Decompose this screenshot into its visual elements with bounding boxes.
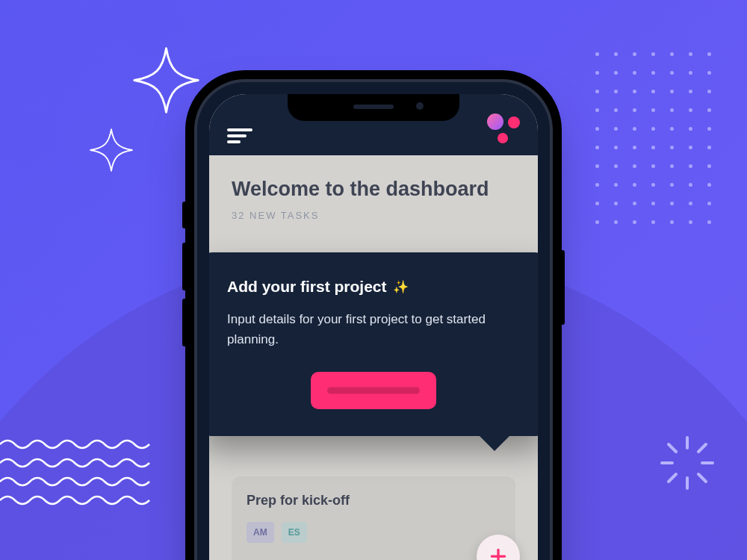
- onboarding-tooltip: Add your first project ✨ Input details f…: [209, 252, 538, 436]
- tooltip-body: Input details for your first project to …: [227, 309, 520, 349]
- star-icon: [88, 127, 134, 173]
- star-icon: [131, 45, 202, 116]
- phone-side-button: [182, 243, 187, 290]
- svg-line-4: [669, 444, 676, 452]
- burst-icon: [657, 433, 717, 493]
- phone-side-button: [182, 202, 187, 228]
- tooltip-cta-button[interactable]: [311, 372, 436, 409]
- svg-line-7: [669, 474, 676, 482]
- tooltip-tail-icon: [478, 435, 511, 451]
- tooltip-heading: Add your first project ✨: [227, 278, 520, 296]
- menu-icon[interactable]: [227, 128, 252, 143]
- app-logo-icon[interactable]: [487, 113, 520, 143]
- dashboard-content: Welcome to the dashboard 32 NEW TASKS Ad…: [209, 155, 538, 560]
- dot-grid-icon: [595, 52, 726, 228]
- svg-line-6: [698, 444, 706, 452]
- phone-side-button: [560, 250, 565, 325]
- phone-frame: Welcome to the dashboard 32 NEW TASKS Ad…: [197, 82, 550, 560]
- phone-side-button: [182, 299, 187, 346]
- svg-line-5: [698, 474, 706, 482]
- sparkle-icon: ✨: [393, 279, 409, 295]
- phone-screen: Welcome to the dashboard 32 NEW TASKS Ad…: [209, 94, 538, 560]
- waves-icon: [0, 437, 157, 519]
- artboard: Welcome to the dashboard 32 NEW TASKS Ad…: [0, 0, 747, 560]
- phone-notch: [288, 94, 459, 121]
- plus-icon: [489, 547, 508, 560]
- tooltip-heading-text: Add your first project: [227, 278, 387, 296]
